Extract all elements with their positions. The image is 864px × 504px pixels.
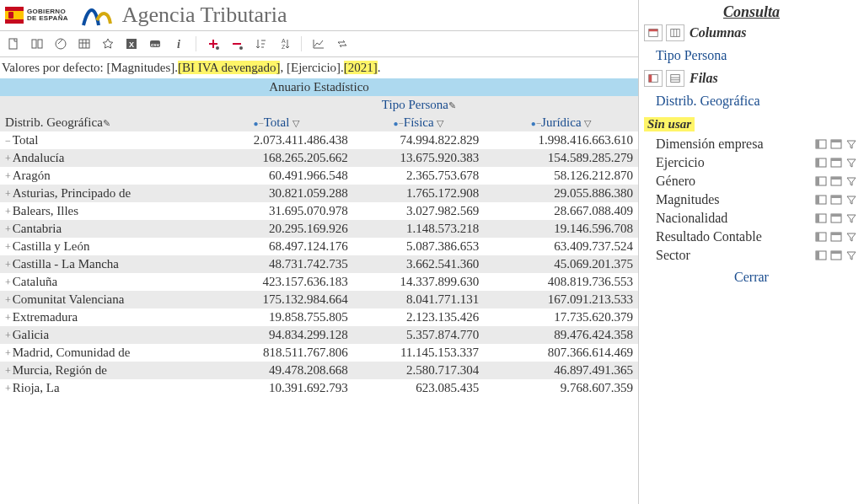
to-column-icon[interactable]	[815, 231, 827, 243]
row-label[interactable]: +Galicia	[0, 326, 200, 344]
row-label[interactable]: −Total	[0, 131, 200, 149]
remove-red-icon[interactable]	[230, 37, 244, 51]
row-label[interactable]: +Castilla y León	[0, 238, 200, 255]
row-label[interactable]: +Balears, Illes	[0, 202, 200, 220]
unused-label[interactable]: Dimensión empresa	[656, 137, 764, 152]
add-red-icon[interactable]	[207, 37, 220, 51]
cell-value: 63.409.737.524	[484, 238, 638, 255]
unused-label[interactable]: Género	[656, 174, 695, 189]
copy-icon[interactable]	[30, 37, 44, 51]
cell-value: 13.675.920.383	[353, 149, 484, 167]
svg-rect-29	[816, 177, 819, 185]
sort-down-icon[interactable]	[254, 37, 267, 51]
chart-icon[interactable]	[312, 37, 325, 51]
to-column-icon[interactable]	[815, 249, 827, 261]
svg-rect-23	[831, 140, 841, 142]
svg-rect-0	[9, 39, 17, 49]
unused-dimension: Dimensión empresa	[644, 135, 859, 153]
cell-value: 623.085.435	[353, 379, 484, 397]
header: GOBIERNO DE ESPAÑA Agencia Tributaria	[0, 0, 638, 30]
unused-dimension: Nacionalidad	[644, 209, 859, 228]
row-label[interactable]: +Extremadura	[0, 308, 200, 326]
sidebar-row-item[interactable]: Distrib. Geográfica	[644, 90, 859, 112]
row-label[interactable]: +Comunitat Valenciana	[0, 291, 200, 308]
csv-icon[interactable]: csv	[148, 37, 162, 51]
filter-icon[interactable]	[845, 212, 857, 224]
to-row-icon[interactable]	[830, 231, 842, 243]
close-link[interactable]: Cerrar	[734, 270, 769, 284]
cell-value: 28.667.088.409	[484, 202, 638, 220]
to-row-icon[interactable]	[830, 157, 842, 169]
to-row-icon[interactable]	[830, 194, 842, 206]
star-icon[interactable]	[101, 37, 115, 51]
filter-icon[interactable]	[845, 194, 857, 206]
row-label[interactable]: +Rioja, La	[0, 379, 200, 397]
to-row-icon[interactable]	[830, 138, 842, 150]
unused-label[interactable]: Magnitudes	[656, 192, 720, 207]
svg-point-11	[239, 46, 243, 50]
cell-value: 3.027.982.569	[353, 202, 484, 220]
table-row: +Cantabria20.295.169.9261.148.573.21819.…	[0, 220, 638, 238]
svg-rect-33	[816, 196, 819, 204]
info-icon[interactable]: i	[172, 37, 185, 51]
cell-value: 2.123.135.426	[353, 308, 484, 326]
swap-icon[interactable]	[335, 37, 349, 51]
to-row-icon[interactable]	[830, 249, 842, 261]
spain-flag-icon	[5, 7, 24, 24]
cell-value: 20.295.169.926	[200, 220, 353, 238]
to-column-icon[interactable]	[815, 138, 827, 150]
table-row: +Murcia, Región de49.478.208.6682.580.71…	[0, 362, 638, 379]
cell-value: 168.265.205.662	[200, 149, 353, 167]
columns-btn2-icon[interactable]	[666, 24, 684, 41]
columns-btn1-icon[interactable]	[644, 24, 663, 41]
unused-label[interactable]: Resultado Contable	[656, 229, 762, 244]
row-label[interactable]: +Cataluña	[0, 273, 200, 291]
sidebar-column-item[interactable]: Tipo Persona	[644, 45, 859, 67]
table-icon[interactable]	[78, 37, 91, 51]
filter-icon[interactable]	[845, 231, 857, 243]
unused-label[interactable]: Nacionalidad	[656, 211, 727, 226]
table-row: +Asturias, Principado de30.821.059.2881.…	[0, 185, 638, 202]
rows-btn1-icon[interactable]	[644, 70, 663, 87]
unused-label[interactable]: Ejercicio	[656, 155, 705, 170]
to-row-icon[interactable]	[830, 212, 842, 224]
svg-rect-15	[649, 29, 658, 32]
svg-text:A: A	[282, 38, 286, 44]
sort-az-icon[interactable]: AZ	[277, 37, 291, 51]
filter-icon[interactable]	[845, 157, 857, 169]
cell-value: 58.126.212.870	[484, 167, 638, 185]
filter-icon[interactable]	[845, 249, 857, 261]
to-column-icon[interactable]	[815, 157, 827, 169]
cell-value: 9.768.607.359	[484, 379, 638, 397]
cell-value: 818.511.767.806	[200, 344, 353, 362]
col-header-jurídica[interactable]: ●−Jurídica ▽	[484, 114, 638, 131]
col-group-header[interactable]: Tipo Persona✎	[200, 96, 638, 114]
excel-icon[interactable]: X	[125, 37, 138, 51]
to-column-icon[interactable]	[815, 175, 827, 187]
new-icon[interactable]	[7, 37, 20, 51]
to-row-icon[interactable]	[830, 175, 842, 187]
row-label[interactable]: +Cantabria	[0, 220, 200, 238]
row-label[interactable]: +Madrid, Comunidad de	[0, 344, 200, 362]
cell-value: 46.897.491.365	[484, 362, 638, 379]
row-label[interactable]: +Asturias, Principado de	[0, 185, 200, 202]
cell-value: 14.337.899.630	[353, 273, 484, 291]
cell-value: 2.073.411.486.438	[200, 131, 353, 149]
col-header-física[interactable]: ●−Física ▽	[353, 114, 484, 131]
svg-point-3	[56, 39, 66, 49]
edit-icon[interactable]	[54, 37, 67, 51]
to-column-icon[interactable]	[815, 194, 827, 206]
filter-icon[interactable]	[845, 138, 857, 150]
rows-btn2-icon[interactable]	[666, 70, 684, 87]
row-label[interactable]: +Andalucía	[0, 149, 200, 167]
gobierno-logo: GOBIERNO DE ESPAÑA	[5, 7, 72, 24]
row-label[interactable]: +Murcia, Región de	[0, 362, 200, 379]
row-dim-header[interactable]: Distrib. Geográfica✎	[0, 114, 200, 131]
row-label[interactable]: +Castilla - La Mancha	[0, 255, 200, 273]
col-header-total[interactable]: ●−Total ▽	[200, 114, 353, 131]
cell-value: 5.087.386.653	[353, 238, 484, 255]
to-column-icon[interactable]	[815, 212, 827, 224]
row-label[interactable]: +Aragón	[0, 167, 200, 185]
unused-label[interactable]: Sector	[656, 248, 690, 263]
filter-icon[interactable]	[845, 175, 857, 187]
